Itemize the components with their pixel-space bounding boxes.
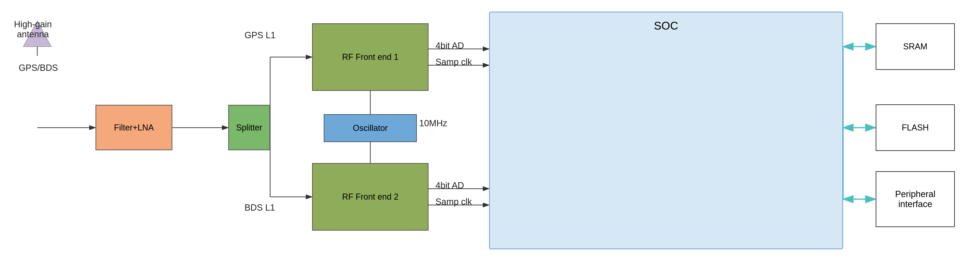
oscillator-label: Oscillator — [353, 123, 388, 133]
filter-lna-label: Filter+LNA — [114, 123, 154, 132]
rf-front-2-label: RF Front end 2 — [342, 192, 398, 202]
samp-clk-top-label: Samp clk — [436, 57, 472, 67]
rf-front-1-label: RF Front end 1 — [342, 52, 398, 62]
bds-l1-label: BDS L1 — [245, 202, 275, 213]
rf-front-2-block: RF Front end 2 — [312, 163, 428, 231]
rf-front-1-block: RF Front end 1 — [312, 23, 428, 91]
4bit-ad-bot-label: 4bit AD — [436, 180, 464, 191]
oscillator-block: Oscillator — [324, 114, 417, 142]
soc-title: SOC — [495, 19, 838, 32]
antenna-label: High-gain antenna — [14, 9, 52, 39]
flash-block: FLASH — [876, 104, 955, 151]
oscillator-freq-label: 10MHz — [419, 118, 447, 128]
sram-block: SRAM — [876, 23, 955, 70]
flash-label: FLASH — [902, 123, 929, 132]
4bit-ad-top-label: 4bit AD — [436, 41, 464, 51]
samp-clk-bot-label: Samp clk — [436, 197, 472, 207]
diagram: High-gain antenna GPS/BDS Filter+LNA Spl… — [0, 0, 980, 263]
gps-l1-label: GPS L1 — [245, 30, 275, 40]
sram-label: SRAM — [903, 42, 928, 51]
splitter-label: Splitter — [236, 123, 262, 132]
peripheral-block: Peripheral interface — [876, 171, 955, 227]
gps-bds-label: GPS/BDS — [19, 63, 58, 73]
peripheral-label: Peripheral interface — [895, 189, 935, 209]
soc-container: SOC Acquisition and correlators (ASIC) I… — [489, 12, 843, 249]
filter-lna-block: Filter+LNA — [95, 105, 172, 150]
splitter-block: Splitter — [228, 105, 270, 150]
